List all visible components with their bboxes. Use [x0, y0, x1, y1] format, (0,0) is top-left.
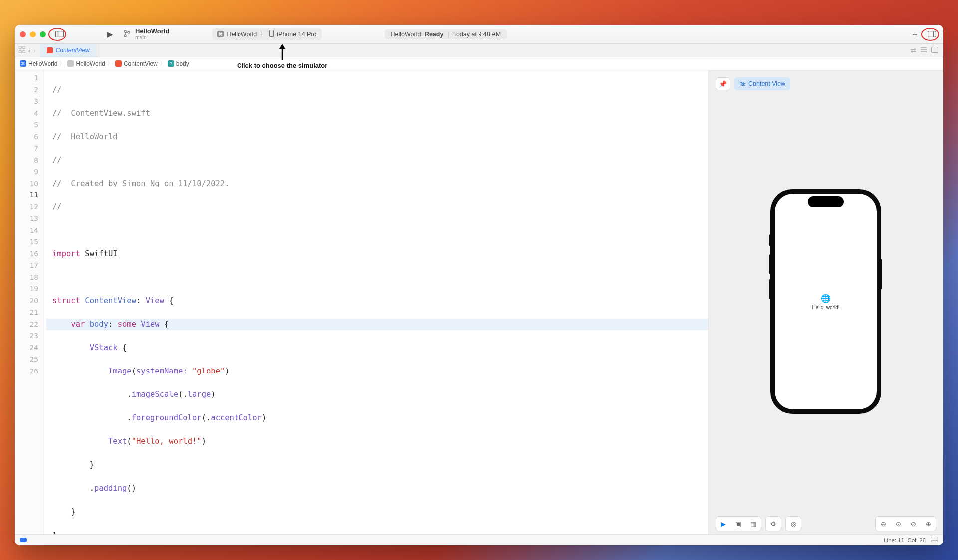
- preview-canvas[interactable]: 🌐 Hello, world!: [709, 90, 943, 513]
- related-items-button[interactable]: [19, 46, 25, 54]
- swift-icon: [115, 60, 122, 67]
- xcode-window: ▶ HelloWorld main ⌘ HelloWorld 〉 iPhone …: [15, 25, 943, 545]
- line-number: 15: [15, 236, 43, 248]
- preview-selector[interactable]: 🛍 Content View: [734, 77, 790, 90]
- device-settings-button[interactable]: ⚙︎: [767, 518, 779, 529]
- line-number: 18: [15, 272, 43, 284]
- device-frame: 🌐 Hello, world!: [770, 189, 881, 414]
- line-number: 12: [15, 201, 43, 213]
- preview-toolbar: ▶ ▣ ▦ ⚙︎ ◎ ⊖ ⊙ ⊘ ⊕: [709, 513, 943, 534]
- line-number: 16: [15, 248, 43, 260]
- svg-rect-8: [19, 46, 21, 49]
- crumb-symbol: body: [176, 60, 189, 67]
- svg-rect-16: [931, 537, 938, 542]
- cursor-col-label: Col:: [908, 537, 918, 543]
- activity-status[interactable]: HelloWorld: Ready | Today at 9:48 AM: [385, 29, 507, 39]
- line-number: 9: [15, 166, 43, 178]
- line-gutter: 1 2 3 4 5 6 7 8 9 10 11 12 13 14 15 16 1…: [15, 70, 44, 534]
- code-area[interactable]: // // ContentView.swift // HelloWorld //…: [46, 70, 708, 534]
- folder-icon: [67, 60, 74, 67]
- branch-icon: [124, 30, 130, 39]
- live-preview-button[interactable]: ▶: [718, 518, 729, 529]
- status-bar: Line: 11 Col: 26: [15, 534, 943, 545]
- hello-world-text: Hello, world!: [812, 305, 839, 310]
- nav-back-button[interactable]: ‹: [28, 47, 30, 54]
- tab-contentview[interactable]: ContentView: [40, 44, 97, 57]
- svg-rect-6: [928, 31, 936, 37]
- line-number: 21: [15, 307, 43, 319]
- svg-point-4: [128, 31, 130, 33]
- source-editor[interactable]: 1 2 3 4 5 6 7 8 9 10 11 12 13 14 15 16 1…: [15, 70, 709, 534]
- target-project-label: HelloWorld: [227, 31, 257, 38]
- editor-options-icon[interactable]: [920, 47, 927, 54]
- chevron-right-icon: 〉: [260, 30, 266, 38]
- project-icon: ⌘: [20, 60, 26, 67]
- toggle-inspectors-button[interactable]: [925, 28, 938, 41]
- sync-icon[interactable]: ⇄: [911, 47, 916, 54]
- bag-icon: 🛍: [739, 80, 745, 87]
- line-number: 25: [15, 354, 43, 366]
- line-number: 26: [15, 366, 43, 377]
- globe-icon: 🌐: [821, 294, 831, 303]
- chevron-icon: 〉: [59, 59, 65, 68]
- toggle-navigator-button[interactable]: [53, 28, 66, 41]
- line-number: 2: [15, 84, 43, 96]
- svg-point-3: [124, 35, 126, 37]
- preview-options-button[interactable]: ◎: [787, 518, 799, 529]
- line-number: 5: [15, 119, 43, 131]
- zoom-actual-button[interactable]: ⊘: [907, 518, 919, 529]
- library-button[interactable]: ＋: [908, 28, 921, 41]
- chevron-icon: 〉: [107, 59, 113, 68]
- zoom-button[interactable]: [40, 31, 46, 37]
- svg-rect-10: [19, 50, 21, 53]
- crumb-group: HelloWorld: [76, 60, 105, 67]
- chevron-icon: 〉: [160, 59, 166, 68]
- device-icon: [269, 30, 274, 38]
- debug-indicator[interactable]: [20, 538, 27, 542]
- scheme-selector[interactable]: HelloWorld main: [124, 28, 169, 40]
- close-button[interactable]: [20, 31, 26, 37]
- cursor-col-value: 26: [919, 537, 926, 543]
- line-number: 4: [15, 108, 43, 120]
- scheme-branch: main: [135, 35, 169, 40]
- run-button[interactable]: ▶: [104, 28, 117, 41]
- preview-selector-label: Content View: [748, 80, 785, 87]
- svg-rect-9: [23, 46, 25, 49]
- variants-button[interactable]: ▦: [747, 518, 759, 529]
- nav-forward-button[interactable]: ›: [33, 47, 35, 54]
- window-controls: [20, 31, 46, 37]
- scheme-title: HelloWorld: [135, 28, 169, 35]
- line-number: 13: [15, 213, 43, 225]
- line-number: 24: [15, 342, 43, 354]
- line-number: 1: [15, 72, 43, 84]
- svg-rect-0: [55, 31, 63, 37]
- status-separator: |: [447, 31, 449, 38]
- tab-label: ContentView: [56, 47, 90, 54]
- toggle-debug-area-icon[interactable]: [931, 536, 938, 544]
- zoom-fit-button[interactable]: ⊙: [892, 518, 904, 529]
- jump-bar[interactable]: ⌘ HelloWorld 〉 HelloWorld 〉 ContentView …: [15, 57, 943, 70]
- line-number: 19: [15, 283, 43, 295]
- zoom-in-button[interactable]: ⊕: [922, 518, 934, 529]
- run-destination-selector[interactable]: ⌘ HelloWorld 〉 iPhone 14 Pro: [212, 28, 321, 40]
- line-number-current: 11: [15, 189, 43, 201]
- selectable-button[interactable]: ▣: [732, 518, 744, 529]
- device-screen: 🌐 Hello, world!: [775, 194, 877, 409]
- cursor-line-value: 11: [898, 537, 904, 543]
- line-number: 7: [15, 143, 43, 155]
- line-number: 3: [15, 96, 43, 108]
- status-project: HelloWorld:: [391, 31, 423, 38]
- main-area: 1 2 3 4 5 6 7 8 9 10 11 12 13 14 15 16 1…: [15, 70, 943, 534]
- property-icon: P: [168, 60, 174, 67]
- pin-preview-button[interactable]: 📌: [716, 77, 730, 90]
- line-number: 10: [15, 178, 43, 190]
- zoom-out-button[interactable]: ⊖: [877, 518, 889, 529]
- svg-rect-11: [23, 50, 25, 53]
- minimize-button[interactable]: [30, 31, 36, 37]
- app-icon: ⌘: [217, 31, 224, 37]
- add-editor-icon[interactable]: [931, 47, 938, 54]
- cursor-line-label: Line:: [884, 537, 896, 543]
- line-number: 20: [15, 295, 43, 307]
- crumb-project: HelloWorld: [28, 60, 57, 67]
- swift-file-icon: [47, 47, 53, 53]
